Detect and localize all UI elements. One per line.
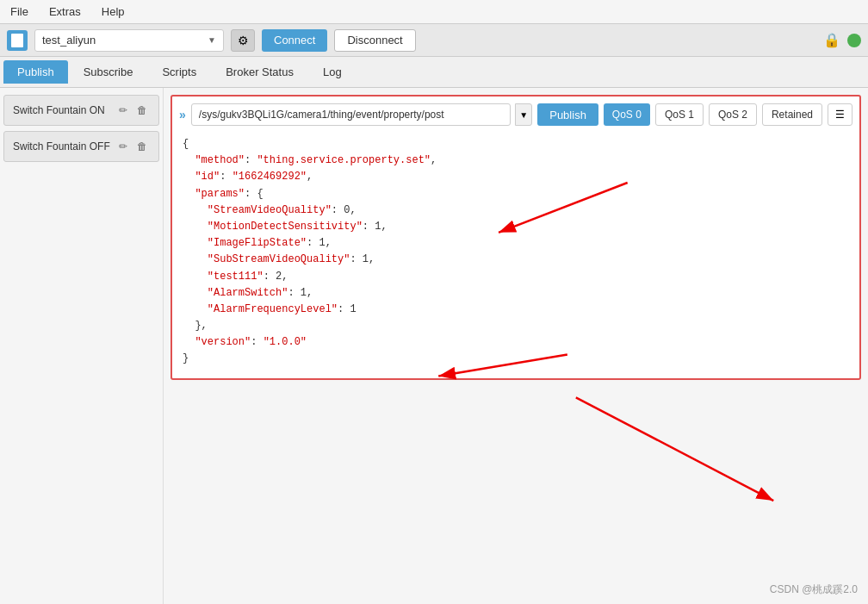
qos2-button[interactable]: QoS 2 xyxy=(709,103,757,126)
publish-button[interactable]: Publish xyxy=(537,103,598,126)
sidebar-item-fountain-off-label: Switch Fountain OFF xyxy=(13,140,115,153)
sidebar: Switch Fountain ON ✏ 🗑 Switch Fountain O… xyxy=(0,88,164,604)
delete-fountain-off-icon[interactable]: 🗑 xyxy=(134,139,150,154)
delete-fountain-on-icon[interactable]: 🗑 xyxy=(134,103,150,118)
json-line-11: "AlarmFrequencyLevel": 1 xyxy=(183,302,849,318)
json-line-12: }, xyxy=(183,318,849,334)
json-line-4: "params": { xyxy=(183,186,849,202)
retained-button[interactable]: Retained xyxy=(762,103,822,126)
tab-broker-status[interactable]: Broker Status xyxy=(212,60,307,84)
edit-fountain-off-icon[interactable]: ✏ xyxy=(115,139,131,154)
connection-status-dot xyxy=(847,34,861,47)
connection-name-field[interactable]: test_aliyun ▼ xyxy=(34,29,224,52)
tab-publish[interactable]: Publish xyxy=(3,60,68,84)
disconnect-button[interactable]: Disconnect xyxy=(334,29,415,52)
sidebar-item-fountain-on[interactable]: Switch Fountain ON ✏ 🗑 xyxy=(3,95,159,126)
json-line-8: "SubStreamVideoQuality": 1, xyxy=(183,252,849,268)
svg-line-3 xyxy=(576,397,773,501)
tab-scripts[interactable]: Scripts xyxy=(148,60,210,84)
sidebar-item-fountain-on-label: Switch Fountain ON xyxy=(13,104,115,116)
watermark: CSDN @桃成蹊2.0 xyxy=(770,582,858,597)
tab-subscribe[interactable]: Subscribe xyxy=(70,60,147,84)
sidebar-item-fountain-off[interactable]: Switch Fountain OFF ✏ 🗑 xyxy=(3,131,159,162)
options-button[interactable]: ☰ xyxy=(828,103,852,126)
right-panel: » ▼ Publish QoS 0 QoS 1 QoS 2 Retained ☰… xyxy=(164,88,868,604)
qos1-button[interactable]: QoS 1 xyxy=(655,103,704,126)
connection-dropdown-arrow: ▼ xyxy=(208,35,216,45)
settings-button[interactable]: ⚙ xyxy=(231,29,255,52)
topic-row: » ▼ Publish QoS 0 QoS 1 QoS 2 Retained ☰ xyxy=(179,103,852,126)
topic-arrow-icon: » xyxy=(179,108,186,121)
connect-button[interactable]: Connect xyxy=(262,29,327,52)
tab-log[interactable]: Log xyxy=(309,60,356,84)
topic-input[interactable] xyxy=(191,103,511,126)
menu-file[interactable]: File xyxy=(7,3,32,20)
titlebar: test_aliyun ▼ ⚙ Connect Disconnect 🔒 xyxy=(0,24,868,57)
menu-extras[interactable]: Extras xyxy=(46,3,84,20)
main-content: Switch Fountain ON ✏ 🗑 Switch Fountain O… xyxy=(0,88,868,604)
topic-dropdown-button[interactable]: ▼ xyxy=(515,103,532,126)
tabs-bar: Publish Subscribe Scripts Broker Status … xyxy=(0,57,868,88)
json-line-3: "id": "1662469292", xyxy=(183,169,849,185)
app-icon xyxy=(7,30,28,51)
json-content[interactable]: { "method": "thing.service.property.set"… xyxy=(179,133,852,371)
json-line-14: } xyxy=(183,351,849,367)
json-line-13: "version": "1.0.0" xyxy=(183,334,849,351)
json-line-1: { xyxy=(183,136,849,153)
json-line-2: "method": "thing.service.property.set", xyxy=(183,153,849,169)
json-line-9: "test111": 2, xyxy=(183,269,849,285)
menu-help[interactable]: Help xyxy=(98,3,128,20)
json-line-6: "MotionDetectSensitivity": 1, xyxy=(183,219,849,235)
qos0-button[interactable]: QoS 0 xyxy=(604,103,650,126)
lock-icon: 🔒 xyxy=(823,32,840,48)
json-line-7: "ImageFlipState": 1, xyxy=(183,235,849,252)
json-line-10: "AlarmSwitch": 1, xyxy=(183,285,849,302)
edit-fountain-on-icon[interactable]: ✏ xyxy=(115,103,131,118)
topic-area: » ▼ Publish QoS 0 QoS 1 QoS 2 Retained ☰… xyxy=(170,95,861,380)
menubar: File Extras Help xyxy=(0,0,868,24)
json-line-5: "StreamVideoQuality": 0, xyxy=(183,202,849,219)
